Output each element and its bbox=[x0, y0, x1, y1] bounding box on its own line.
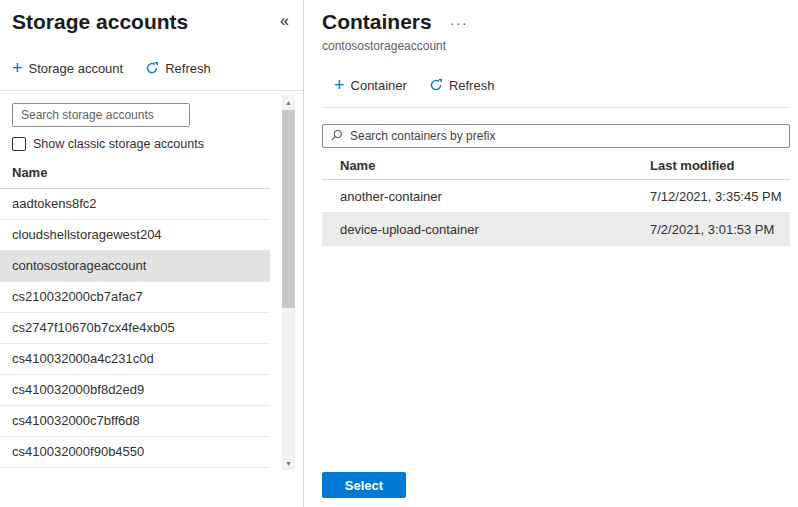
storage-accounts-title: Storage accounts bbox=[12, 8, 188, 36]
azure-blade-layout: Storage accounts « + Storage account Ref… bbox=[0, 0, 798, 507]
search-icon bbox=[330, 129, 343, 142]
storage-account-row[interactable]: cs410032000f90b4550 bbox=[0, 437, 270, 468]
select-button[interactable]: Select bbox=[322, 472, 406, 498]
container-name: another-container bbox=[322, 189, 650, 204]
containers-search bbox=[322, 124, 790, 148]
containers-title: Containers bbox=[322, 8, 432, 36]
container-modified: 7/12/2021, 3:35:45 PM bbox=[650, 189, 790, 204]
new-storage-account-button[interactable]: + Storage account bbox=[12, 61, 123, 76]
column-header-modified: Last modified bbox=[650, 158, 790, 173]
scroll-down-icon[interactable]: ▼ bbox=[282, 456, 295, 470]
storage-account-row[interactable]: cs2747f10670b7cx4fe4xb05 bbox=[0, 313, 270, 344]
containers-panel: Containers ··· contosostorageaccount + C… bbox=[304, 0, 798, 507]
show-classic-label: Show classic storage accounts bbox=[33, 137, 204, 151]
refresh-containers-button[interactable]: Refresh bbox=[429, 78, 495, 93]
containers-table-header: Name Last modified bbox=[322, 152, 790, 180]
new-container-label: Container bbox=[351, 78, 407, 93]
storage-account-row[interactable]: cs410032000a4c231c0d bbox=[0, 344, 270, 375]
storage-accounts-toolbar: + Storage account Refresh bbox=[0, 46, 303, 90]
storage-accounts-column-header: Name bbox=[0, 165, 270, 189]
containers-subtitle: contosostorageaccount bbox=[322, 39, 790, 53]
container-row[interactable]: another-container 7/12/2021, 3:35:45 PM bbox=[322, 180, 790, 213]
storage-account-row[interactable]: cs410032000c7bff6d8 bbox=[0, 406, 270, 437]
show-classic-checkbox-row[interactable]: Show classic storage accounts bbox=[12, 137, 303, 151]
more-options-icon[interactable]: ··· bbox=[450, 15, 468, 30]
storage-accounts-panel: Storage accounts « + Storage account Ref… bbox=[0, 0, 304, 507]
container-row[interactable]: device-upload-container 7/2/2021, 3:01:5… bbox=[322, 213, 790, 246]
search-containers-input[interactable] bbox=[322, 124, 790, 148]
toolbar-divider bbox=[322, 107, 790, 108]
container-modified: 7/2/2021, 3:01:53 PM bbox=[650, 222, 790, 237]
refresh-icon bbox=[145, 61, 159, 75]
containers-header: Containers ··· bbox=[322, 0, 790, 36]
search-storage-accounts-input[interactable] bbox=[12, 103, 190, 127]
containers-list: another-container 7/12/2021, 3:35:45 PM … bbox=[322, 180, 790, 246]
new-container-button[interactable]: + Container bbox=[334, 78, 407, 93]
storage-account-row[interactable]: cloudshellstoragewest204 bbox=[0, 220, 270, 251]
scroll-up-icon[interactable]: ▲ bbox=[282, 95, 295, 109]
plus-icon: + bbox=[334, 78, 345, 92]
containers-toolbar: + Container Refresh bbox=[322, 63, 790, 107]
refresh-containers-label: Refresh bbox=[449, 78, 495, 93]
toolbar-divider bbox=[0, 90, 303, 91]
storage-account-row[interactable]: cs210032000cb7afac7 bbox=[0, 282, 270, 313]
vertical-scrollbar[interactable]: ▲ ▼ bbox=[282, 95, 295, 470]
collapse-panel-icon[interactable]: « bbox=[280, 12, 289, 30]
refresh-icon bbox=[429, 78, 443, 92]
storage-account-row[interactable]: cs410032000bf8d2ed9 bbox=[0, 375, 270, 406]
scrollbar-thumb[interactable] bbox=[282, 110, 295, 308]
plus-icon: + bbox=[12, 61, 23, 75]
refresh-storage-accounts-label: Refresh bbox=[165, 61, 211, 76]
column-header-name: Name bbox=[322, 158, 650, 173]
refresh-storage-accounts-button[interactable]: Refresh bbox=[145, 61, 211, 76]
storage-accounts-header: Storage accounts « bbox=[0, 0, 303, 36]
show-classic-checkbox[interactable] bbox=[12, 137, 26, 151]
new-storage-account-label: Storage account bbox=[29, 61, 124, 76]
container-name: device-upload-container bbox=[322, 222, 650, 237]
storage-account-row[interactable]: contosostorageaccount bbox=[0, 251, 270, 282]
storage-account-row[interactable]: aadtokens8fc2 bbox=[0, 189, 270, 220]
storage-accounts-list: aadtokens8fc2 cloudshellstoragewest204 c… bbox=[0, 189, 270, 468]
